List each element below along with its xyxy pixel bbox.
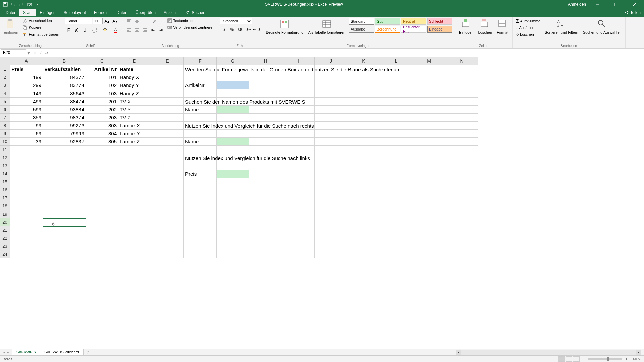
cell-K10[interactable] xyxy=(347,138,380,146)
cell-N23[interactable] xyxy=(445,242,478,250)
cell-N9[interactable] xyxy=(445,130,478,138)
cell-K22[interactable] xyxy=(347,234,380,242)
minimize-button[interactable] xyxy=(591,0,604,8)
cell-F6[interactable]: Name xyxy=(184,106,217,114)
align-right-icon[interactable] xyxy=(141,26,149,34)
cell-F20[interactable] xyxy=(184,218,217,226)
cell-G7[interactable] xyxy=(217,114,249,122)
cell-E2[interactable] xyxy=(151,73,184,81)
border-button[interactable] xyxy=(89,26,99,34)
cell-D11[interactable] xyxy=(118,146,151,154)
cell-B6[interactable]: 93884 xyxy=(43,106,86,114)
cell-N20[interactable] xyxy=(445,218,478,226)
cell-style-3[interactable]: Schlecht xyxy=(427,18,452,25)
cell-H5[interactable] xyxy=(249,98,282,106)
cell-M5[interactable] xyxy=(413,98,445,106)
cell-B18[interactable] xyxy=(43,202,86,210)
cell-I18[interactable] xyxy=(282,202,315,210)
cell-K12[interactable] xyxy=(347,154,380,162)
zoom-in-button[interactable]: + xyxy=(625,357,627,361)
cell-L1[interactable] xyxy=(380,65,413,73)
cell-H14[interactable] xyxy=(249,170,282,178)
undo-icon[interactable] xyxy=(11,2,16,7)
name-box[interactable]: B20 xyxy=(1,49,26,56)
cell-C18[interactable] xyxy=(86,202,118,210)
cell-D2[interactable]: Handy X xyxy=(118,73,151,81)
increase-indent-icon[interactable]: ⇥ xyxy=(157,26,165,34)
percent-icon[interactable]: % xyxy=(228,26,235,33)
cell-B10[interactable]: 92837 xyxy=(43,138,86,146)
cell-M17[interactable] xyxy=(413,194,445,202)
cell-D14[interactable] xyxy=(118,170,151,178)
cell-F24[interactable] xyxy=(184,250,217,258)
cell-A1[interactable]: Preis xyxy=(10,65,43,73)
cell-E19[interactable] xyxy=(151,210,184,218)
cell-C5[interactable]: 201 xyxy=(86,98,118,106)
cell-B15[interactable] xyxy=(43,178,86,186)
cell-M23[interactable] xyxy=(413,242,445,250)
zoom-slider[interactable] xyxy=(588,358,622,360)
number-format-select[interactable]: Standard xyxy=(220,18,252,24)
cell-N2[interactable] xyxy=(445,73,478,81)
column-header-F[interactable]: F xyxy=(184,57,217,65)
delete-cells-button[interactable]: Löschen xyxy=(477,18,494,35)
cell-L3[interactable] xyxy=(380,81,413,89)
cell-C9[interactable]: 304 xyxy=(86,130,118,138)
row-header-18[interactable]: 18 xyxy=(0,202,10,210)
cell-C17[interactable] xyxy=(86,194,118,202)
cell-F11[interactable] xyxy=(184,146,217,154)
save-icon[interactable] xyxy=(3,2,8,7)
cell-M10[interactable] xyxy=(413,138,445,146)
cell-D9[interactable]: Lampe Y xyxy=(118,130,151,138)
cell-K17[interactable] xyxy=(347,194,380,202)
cell-N8[interactable] xyxy=(445,122,478,130)
cell-N1[interactable] xyxy=(445,65,478,73)
spreadsheet[interactable]: ABCDEFGHIJKLMN 1234567891011121314151617… xyxy=(0,57,644,349)
cell-M14[interactable] xyxy=(413,170,445,178)
cell-G8[interactable] xyxy=(217,122,249,130)
cell-M15[interactable] xyxy=(413,178,445,186)
cell-G1[interactable] xyxy=(217,65,249,73)
cell-J24[interactable] xyxy=(315,250,347,258)
cell-N11[interactable] xyxy=(445,146,478,154)
cell-A13[interactable] xyxy=(10,162,43,170)
cell-E9[interactable] xyxy=(151,130,184,138)
cell-D8[interactable]: Lampe X xyxy=(118,122,151,130)
cell-N14[interactable] xyxy=(445,170,478,178)
cell-L16[interactable] xyxy=(380,186,413,194)
row-header-6[interactable]: 6 xyxy=(0,106,10,114)
decrease-indent-icon[interactable]: ⇤ xyxy=(149,26,157,34)
cell-A7[interactable]: 359 xyxy=(10,114,43,122)
cell-G3[interactable] xyxy=(217,81,249,89)
ribbon-tab-daten[interactable]: Daten xyxy=(113,9,131,16)
formula-input[interactable] xyxy=(51,49,644,56)
cell-H6[interactable] xyxy=(249,106,282,114)
cell-M3[interactable] xyxy=(413,81,445,89)
cell-N10[interactable] xyxy=(445,138,478,146)
cell-H8[interactable] xyxy=(249,122,282,130)
ribbon-tab-einfügen[interactable]: Einfügen xyxy=(36,9,59,16)
cell-A21[interactable] xyxy=(10,226,43,234)
autosum-button[interactable]: ΣAutoSumme xyxy=(515,18,542,24)
cell-J3[interactable] xyxy=(315,81,347,89)
cell-F5[interactable] xyxy=(184,98,217,106)
cell-I10[interactable] xyxy=(282,138,315,146)
cell-D5[interactable]: TV X xyxy=(118,98,151,106)
cell-H18[interactable] xyxy=(249,202,282,210)
row-header-9[interactable]: 9 xyxy=(0,130,10,138)
cell-I3[interactable] xyxy=(282,81,315,89)
comma-icon[interactable]: 000 xyxy=(236,26,244,33)
cell-M4[interactable] xyxy=(413,89,445,98)
font-color-button[interactable]: A xyxy=(111,26,121,34)
page-break-button[interactable] xyxy=(573,356,580,362)
cell-D24[interactable] xyxy=(118,250,151,258)
cell-style-5[interactable]: Berechnung xyxy=(375,26,400,33)
cell-L15[interactable] xyxy=(380,178,413,186)
cell-B7[interactable]: 98374 xyxy=(43,114,86,122)
cell-D19[interactable] xyxy=(118,210,151,218)
cell-G14[interactable] xyxy=(217,170,249,178)
cell-I4[interactable] xyxy=(282,89,315,98)
cell-E13[interactable] xyxy=(151,162,184,170)
cell-I23[interactable] xyxy=(282,242,315,250)
cell-B8[interactable]: 99273 xyxy=(43,122,86,130)
